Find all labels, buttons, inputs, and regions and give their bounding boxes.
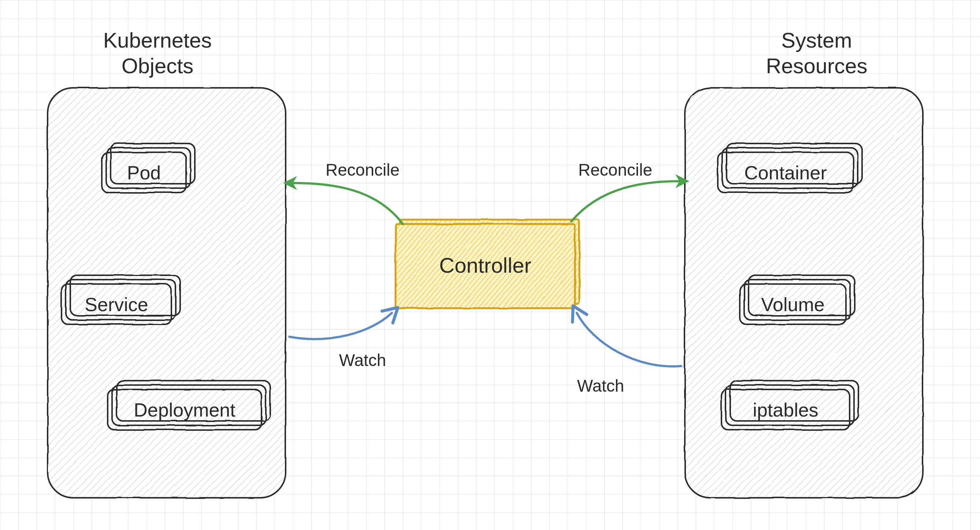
svg-rect-15	[685, 88, 923, 498]
system-resources-group: System Resources Container Volume iptabl…	[685, 28, 923, 498]
kubernetes-objects-title-2: Objects	[122, 54, 194, 78]
reconcile-left-label: Reconcile	[326, 160, 399, 179]
diagram-canvas: Kubernetes Objects Pod Service Deploymen…	[0, 0, 980, 530]
pod-label: Pod	[127, 162, 161, 183]
system-resources-title-2: Resources	[766, 54, 867, 78]
controller-node: Controller	[396, 220, 579, 308]
watch-right-label: Watch	[577, 376, 624, 395]
iptables-label: iptables	[752, 399, 818, 421]
kubernetes-objects-group: Kubernetes Objects Pod Service Deploymen…	[48, 28, 286, 498]
deployment-label: Deployment	[134, 399, 235, 421]
controller-label: Controller	[439, 253, 531, 277]
kubernetes-objects-title-1: Kubernetes	[103, 28, 212, 52]
system-resources-title-1: System	[781, 28, 852, 52]
svg-rect-4	[48, 88, 286, 498]
watch-left-label: Watch	[339, 351, 387, 370]
reconcile-right-label: Reconcile	[578, 160, 652, 179]
service-label: Service	[84, 294, 148, 315]
volume-label: Volume	[761, 294, 824, 315]
container-label: Container	[744, 162, 827, 183]
